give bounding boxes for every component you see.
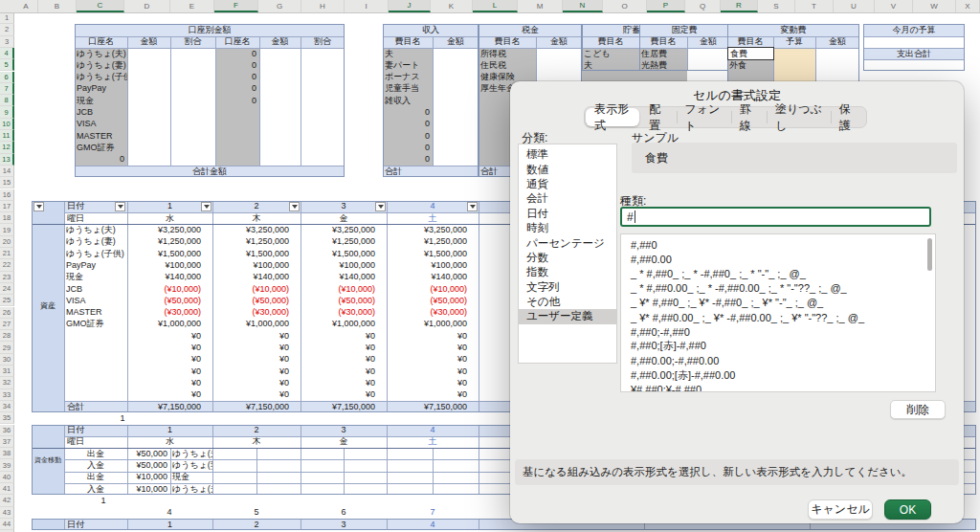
- amount-cell[interactable]: ¥0: [127, 330, 212, 342]
- column-header-F[interactable]: F: [214, 0, 258, 12]
- tab-font[interactable]: フォント: [677, 107, 731, 127]
- column-header-M[interactable]: M: [518, 0, 563, 12]
- total-cell[interactable]: ¥7,150,000: [301, 401, 387, 412]
- day-header[interactable]: 4: [387, 425, 479, 436]
- filter-button-icon[interactable]: [375, 202, 386, 211]
- cancel-button[interactable]: キャンセル: [808, 499, 873, 520]
- column-label[interactable]: 割合: [301, 36, 345, 48]
- delete-button[interactable]: 削除: [890, 400, 946, 419]
- row-header-37[interactable]: 37: [0, 436, 14, 448]
- date-header[interactable]: 日付: [64, 425, 127, 436]
- account-name[interactable]: MASTER: [64, 307, 127, 319]
- amount-cell[interactable]: (¥10,000): [212, 283, 301, 295]
- cell[interactable]: GMO証券: [75, 142, 127, 153]
- column-header-L[interactable]: L: [473, 0, 518, 12]
- cell[interactable]: 夫: [582, 59, 639, 71]
- row-header-29[interactable]: 29: [0, 342, 14, 353]
- cell[interactable]: ゆうちょ(妻): [75, 59, 127, 71]
- table-title[interactable]: 収入: [383, 24, 479, 35]
- amount-cell[interactable]: ¥140,000: [301, 272, 387, 283]
- total-cell[interactable]: ¥7,150,000: [212, 401, 301, 412]
- amount-cell[interactable]: ¥0: [301, 377, 387, 388]
- row-header-8[interactable]: 8: [0, 95, 14, 106]
- cell[interactable]: 0: [383, 154, 433, 166]
- cell[interactable]: 妻パート: [383, 59, 433, 71]
- weekday-label[interactable]: 曜日: [64, 436, 127, 448]
- tab-alignment[interactable]: 配置: [640, 107, 676, 127]
- day-header[interactable]: 3: [301, 425, 387, 436]
- row-header-14[interactable]: 14: [0, 166, 14, 177]
- account-name[interactable]: GMO証券: [64, 319, 127, 330]
- column-header-I[interactable]: I: [345, 0, 389, 12]
- amount-cell[interactable]: ¥1,500,000: [387, 248, 479, 259]
- amount-cell[interactable]: ¥0: [387, 354, 479, 366]
- amount-cell[interactable]: ¥140,000: [212, 272, 301, 283]
- cell[interactable]: 0: [383, 130, 433, 142]
- filter-button-icon[interactable]: [33, 202, 44, 211]
- column-label[interactable]: 割合: [170, 36, 215, 48]
- amount-cell[interactable]: ¥0: [301, 354, 387, 366]
- cell[interactable]: ゆうちょ(子供): [75, 72, 127, 83]
- row-header-25[interactable]: 25: [0, 295, 14, 306]
- amount-cell[interactable]: ¥0: [301, 366, 387, 377]
- day-header[interactable]: 2: [212, 519, 301, 530]
- category-item[interactable]: その他: [519, 295, 616, 309]
- category-item[interactable]: パーセンテージ: [519, 235, 616, 250]
- amount-cell[interactable]: ¥1,500,000: [212, 248, 301, 259]
- amount-cell[interactable]: ¥100,000: [301, 259, 387, 271]
- amount-cell[interactable]: ¥0: [212, 330, 301, 342]
- total-cell[interactable]: ¥7,150,000: [387, 401, 479, 412]
- weekday-cell[interactable]: 水: [127, 212, 212, 224]
- format-code-item[interactable]: _ ¥* #,##0.00_ ;_ ¥* -#,##0.00_ ;_ ¥* "-…: [631, 310, 935, 324]
- column-label[interactable]: 費目名: [727, 36, 773, 48]
- cell[interactable]: 外食: [727, 59, 773, 71]
- column-label[interactable]: 費目名: [639, 36, 687, 48]
- day-header[interactable]: 4: [387, 201, 479, 212]
- amount-cell[interactable]: ¥0: [301, 389, 387, 401]
- filter-button-icon[interactable]: [289, 202, 300, 211]
- amount-cell[interactable]: (¥50,000): [212, 295, 301, 306]
- amount-cell[interactable]: (¥30,000): [212, 307, 301, 319]
- transfer-amount[interactable]: ¥10,000: [127, 472, 170, 483]
- column-header-W[interactable]: W: [913, 0, 956, 12]
- column-header-S[interactable]: S: [758, 0, 795, 12]
- amount-cell[interactable]: ¥1,250,000: [212, 236, 301, 248]
- amount-cell[interactable]: ¥3,250,000: [212, 224, 301, 235]
- format-code-item[interactable]: #,##0.00: [631, 252, 935, 266]
- active-cell[interactable]: 食費: [727, 47, 774, 59]
- cell[interactable]: MASTER: [75, 130, 127, 142]
- column-label[interactable]: 口座名: [215, 36, 259, 48]
- column-header-U[interactable]: U: [834, 0, 875, 12]
- row-header-12[interactable]: 12: [0, 142, 14, 153]
- amount-cell[interactable]: ¥0: [212, 354, 301, 366]
- amount-cell[interactable]: ¥0: [127, 354, 212, 366]
- category-item[interactable]: ユーザー定義: [519, 309, 616, 323]
- row-header-13[interactable]: 13: [0, 154, 14, 166]
- column-header-E[interactable]: E: [170, 0, 214, 12]
- total-label[interactable]: 支出合計: [863, 48, 965, 59]
- amount-cell[interactable]: ¥1,000,000: [301, 319, 387, 330]
- transfer-direction[interactable]: 入金: [64, 459, 127, 471]
- row-header-39[interactable]: 39: [0, 459, 14, 471]
- date-header[interactable]: 日付: [64, 519, 127, 530]
- day-header[interactable]: 3: [301, 519, 387, 530]
- cell[interactable]: 0: [215, 95, 259, 106]
- column-label[interactable]: 金額: [536, 36, 582, 48]
- cell[interactable]: 0: [215, 83, 259, 95]
- amount-cell[interactable]: (¥10,000): [387, 283, 479, 295]
- column-label[interactable]: 費目名: [479, 36, 536, 48]
- amount-cell[interactable]: ¥1,000,000: [127, 319, 212, 330]
- amount-cell[interactable]: ¥0: [127, 342, 212, 353]
- column-header-P[interactable]: P: [647, 0, 685, 12]
- cell[interactable]: [863, 59, 965, 71]
- amount-cell[interactable]: ¥140,000: [387, 272, 479, 283]
- row-header-10[interactable]: 10: [0, 119, 14, 130]
- tab-number-format[interactable]: 表示形式: [586, 108, 639, 126]
- column-header-X[interactable]: X: [956, 0, 980, 12]
- amount-cell[interactable]: ¥0: [387, 377, 479, 388]
- category-item[interactable]: 時刻: [519, 221, 616, 235]
- format-code-item[interactable]: ¥#,##0;¥-#,##0: [631, 383, 935, 392]
- column-label[interactable]: 金額: [687, 36, 729, 48]
- category-item[interactable]: 数値: [519, 162, 616, 176]
- amount-cell[interactable]: ¥0: [387, 389, 479, 401]
